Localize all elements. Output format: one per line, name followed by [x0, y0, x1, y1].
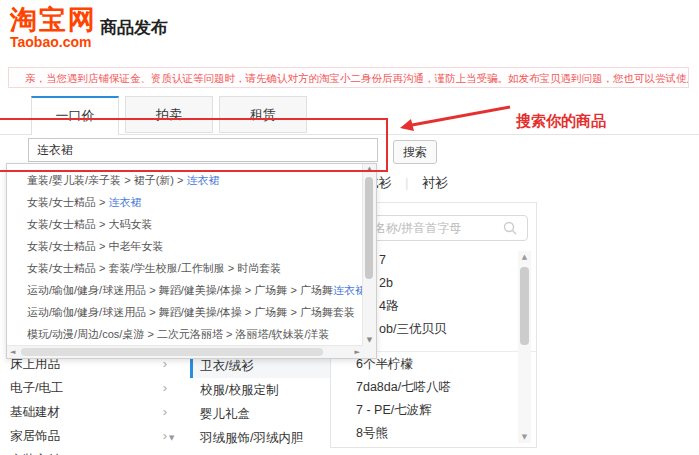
category-item-building-materials[interactable]: 基础建材 › — [10, 400, 175, 424]
scroll-up-icon[interactable]: ▲ — [363, 164, 376, 175]
category-suggest-dropdown: 童装/婴儿装/亲子装 > 裙子(新) > 连衣裙 女装/女士精品 > 连衣裙 女… — [6, 163, 377, 359]
scroll-down-icon[interactable]: ▼ — [363, 335, 376, 346]
search-icon — [503, 221, 517, 235]
subcategory-item-school-uniform[interactable]: 校服/校服定制 › — [190, 378, 347, 402]
scrollbar-thumb[interactable] — [520, 267, 529, 345]
suggestion-item[interactable]: 女装/女士精品 > 中老年女装 — [7, 235, 362, 257]
scroll-down-icon[interactable]: ▼ — [518, 431, 531, 443]
chevron-right-icon: › — [163, 424, 167, 448]
dropdown-vertical-scrollbar[interactable]: ▲ ▼ — [362, 164, 376, 346]
chevron-right-icon: › — [163, 376, 167, 400]
category-column-level1: 床上用品 › 电子/电工 › 基础建材 › 家居饰品 › 家装主材 › — [10, 352, 175, 455]
chevron-right-icon: › — [163, 448, 167, 455]
tab-fixed-price[interactable]: 一口价 — [31, 96, 119, 135]
annotation-label: 搜索你的商品 — [516, 112, 606, 131]
category-column-level2: 卫衣/绒衫 › 校服/校服定制 › 婴儿礼盒 › 羽绒服饰/羽绒内胆 › — [190, 354, 347, 450]
brand-item[interactable]: 8号熊 — [331, 422, 516, 445]
scroll-down-icon[interactable]: ▼ — [169, 434, 174, 442]
scroll-left-icon[interactable]: ◄ — [10, 346, 15, 358]
scroll-up-icon[interactable]: ▲ — [518, 251, 531, 263]
suggestion-item[interactable]: 模玩/动漫/周边/cos/桌游 > 二次元洛丽塔 > 洛丽塔/软妹装/洋装 — [7, 323, 362, 345]
suggestion-list: 童装/婴儿装/亲子装 > 裙子(新) > 连衣裙 女装/女士精品 > 连衣裙 女… — [7, 169, 362, 346]
scroll-right-icon[interactable]: ► — [355, 346, 360, 358]
category-item-home-improvement[interactable]: 家装主材 › — [10, 448, 175, 455]
suggestion-item[interactable]: 女装/女士精品 > 大码女装 — [7, 213, 362, 235]
dropdown-horizontal-scrollbar[interactable]: ◄ ► — [7, 345, 363, 358]
scrollbar-thumb[interactable] — [21, 348, 323, 356]
subcategory-item-baby-gift-box[interactable]: 婴儿礼盒 › — [190, 402, 347, 426]
suggestion-item[interactable]: 女装/女士精品 > 套装/学生校服/工作制服 > 时尚套装 — [7, 257, 362, 279]
brand-list-bottom: 6个半柠檬 7da8da/七嗒八嗒 7 - PE/七波辉 8号熊 — [331, 353, 516, 445]
category-item-home-decor[interactable]: 家居饰品 › — [10, 424, 175, 448]
scrollbar-corner — [363, 346, 376, 358]
breadcrumb-divider: | — [405, 176, 408, 190]
suggestion-item[interactable]: 运动/瑜伽/健身/球迷用品 > 舞蹈/健美操/体操 > 广场舞 > 广场舞连衣裙 — [7, 279, 362, 301]
breadcrumb-item-shirts[interactable]: 衬衫 — [422, 175, 448, 190]
chevron-right-icon: › — [163, 400, 167, 424]
suggestion-item[interactable]: 女装/女士精品 > 连衣裙 — [7, 191, 362, 213]
suggestion-item[interactable]: 童装/婴儿装/亲子装 > 裙子(新) > 连衣裙 — [7, 169, 362, 191]
brand-list-scrollbar[interactable]: ▲ ▼ — [518, 251, 531, 443]
brand-item[interactable]: 7 - PE/七波辉 — [331, 399, 516, 422]
brand-item[interactable]: 7da8da/七嗒八嗒 — [331, 376, 516, 399]
suggestion-item[interactable]: 运动/瑜伽/健身/球迷用品 > 舞蹈/健美操/体操 > 广场舞 > 广场舞套装 — [7, 301, 362, 323]
subcategory-item-down-clothing[interactable]: 羽绒服饰/羽绒内胆 › — [190, 426, 347, 450]
category-item-electronics[interactable]: 电子/电工 › — [10, 376, 175, 400]
scrollbar-thumb[interactable] — [365, 177, 373, 279]
